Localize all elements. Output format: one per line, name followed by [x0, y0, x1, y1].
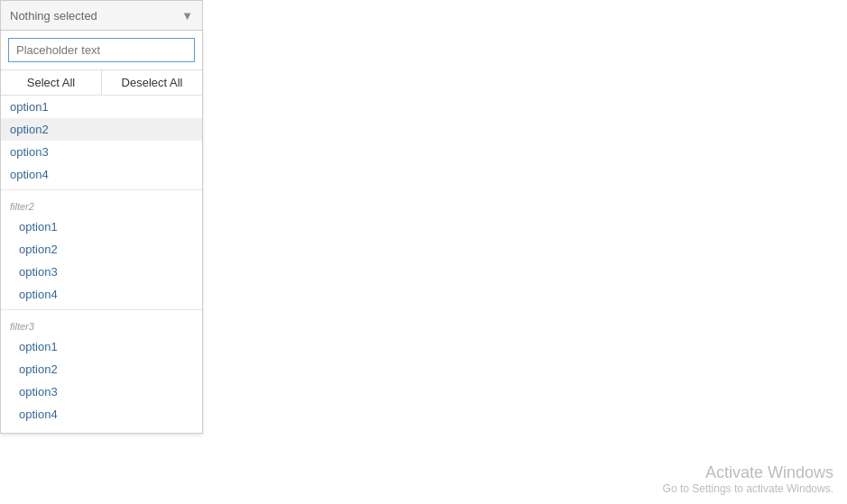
option-item-2-2[interactable]: option3 — [1, 380, 202, 403]
option-item-2-1[interactable]: option2 — [1, 358, 202, 380]
option-item-1-2[interactable]: option3 — [1, 261, 202, 283]
option-item-1-3[interactable]: option4 — [1, 283, 202, 306]
option-item-1-1[interactable]: option2 — [1, 238, 202, 261]
action-buttons-row: Select All Deselect All — [1, 70, 202, 96]
option-item-0-3[interactable]: option4 — [1, 163, 202, 186]
options-list: option1option2option3option4filter2optio… — [1, 96, 202, 433]
select-all-button[interactable]: Select All — [1, 70, 102, 95]
group-section-1: filter2option1option2option3option4 — [1, 194, 202, 310]
search-input[interactable] — [8, 38, 195, 62]
option-item-0-0[interactable]: option1 — [1, 96, 202, 118]
windows-watermark: Activate Windows Go to Settings to activ… — [663, 463, 833, 495]
watermark-subtitle: Go to Settings to activate Windows. — [663, 482, 833, 495]
group-label-1: filter2 — [1, 194, 202, 215]
option-item-0-1[interactable]: option2 — [1, 118, 202, 141]
search-box-wrapper — [1, 31, 202, 70]
option-item-2-3[interactable]: option4 — [1, 403, 202, 426]
dropdown-header-label: Nothing selected — [10, 9, 97, 23]
group-section-0: option1option2option3option4 — [1, 96, 202, 190]
dropdown-header[interactable]: Nothing selected ▼ — [0, 0, 203, 31]
watermark-title: Activate Windows — [663, 463, 833, 482]
multiselect-dropdown: Nothing selected ▼ Select All Deselect A… — [0, 0, 203, 434]
option-item-2-0[interactable]: option1 — [1, 335, 202, 358]
chevron-down-icon: ▼ — [181, 9, 193, 23]
option-item-0-2[interactable]: option3 — [1, 141, 202, 163]
deselect-all-button[interactable]: Deselect All — [102, 70, 202, 95]
group-section-2: filter3option1option2option3option4 — [1, 314, 202, 429]
option-item-1-0[interactable]: option1 — [1, 215, 202, 238]
dropdown-panel: Select All Deselect All option1option2op… — [0, 31, 203, 434]
group-label-2: filter3 — [1, 314, 202, 335]
